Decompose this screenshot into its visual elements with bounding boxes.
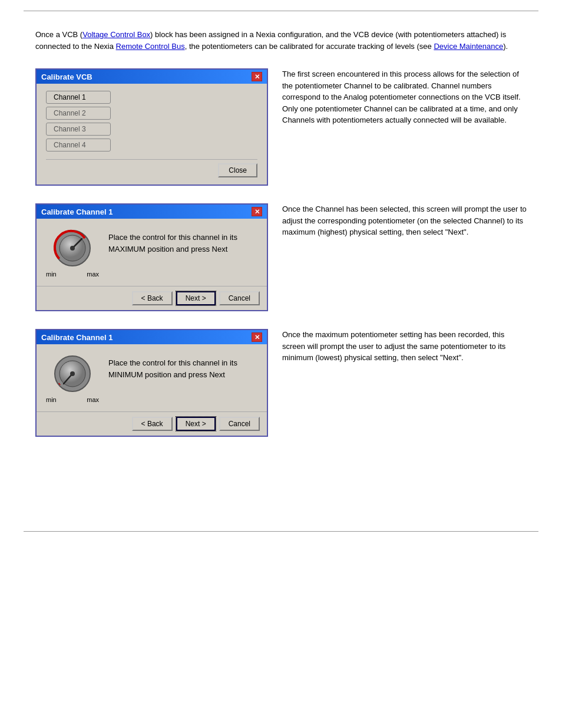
intro-text-4: ). xyxy=(503,42,508,51)
page-content: Once a VCB (Voltage Control Box) block h… xyxy=(0,11,562,472)
calib-min-titlebar: Calibrate Channel 1 ✕ xyxy=(37,330,267,344)
calib-max-next-button[interactable]: Next > xyxy=(176,291,216,305)
section2-description: Once the Channel has been selected, this… xyxy=(282,203,527,238)
bottom-rule xyxy=(24,531,538,532)
vcb-dialog-close-icon[interactable]: ✕ xyxy=(252,72,262,81)
knob-min-label: min xyxy=(46,271,57,278)
calib-min-title: Calibrate Channel 1 xyxy=(41,333,113,342)
knob-max xyxy=(51,227,94,269)
channel-4-button[interactable]: Channel 4 xyxy=(46,139,111,151)
knob-min-labels: min max xyxy=(46,396,99,403)
knob-max-label2: max xyxy=(87,396,99,403)
calib-min-main: min max Place the control for this chann… xyxy=(37,344,267,411)
vcb-dialog-body: Channel 1 Channel 2 Channel 3 Channel 4 … xyxy=(37,84,267,185)
calib-max-cancel-button[interactable]: Cancel xyxy=(219,291,260,305)
rcb-link[interactable]: Remote Control Bus xyxy=(116,42,185,51)
section-calibrate-min: Calibrate Channel 1 ✕ xyxy=(35,329,527,437)
vcb-dialog-titlebar: Calibrate VCB ✕ xyxy=(37,70,267,84)
intro-text-3: , the potentiometers can be calibrated f… xyxy=(185,42,434,51)
calib-min-next-button[interactable]: Next > xyxy=(176,417,216,431)
vcb-dialog-title: Calibrate VCB xyxy=(41,73,92,81)
calib-max-instruction-line1: Place the control for this channel in it… xyxy=(108,233,237,242)
device-maintenance-link[interactable]: Device Maintenance xyxy=(434,42,503,51)
calib-max-instruction-line2: MAXIMUM position and press Next xyxy=(108,245,227,253)
calib-min-instruction-line1: Place the control for this channel in it… xyxy=(108,358,237,367)
section-calibrate-max: Calibrate Channel 1 ✕ xyxy=(35,203,527,311)
calibrate-channel1-min-dialog: Calibrate Channel 1 ✕ xyxy=(35,329,268,437)
calib-min-back-button[interactable]: < Back xyxy=(132,417,173,431)
knob-svg-max xyxy=(51,227,94,269)
calib-min-cancel-button[interactable]: Cancel xyxy=(219,417,260,431)
knob-area-max: min max xyxy=(46,227,99,278)
vcb-link[interactable]: Voltage Control Box xyxy=(82,30,150,39)
svg-point-3 xyxy=(70,246,75,251)
calib-max-instruction: Place the control for this channel in it… xyxy=(108,227,257,255)
knob-max-label: max xyxy=(87,271,99,278)
channel-2-button[interactable]: Channel 2 xyxy=(46,107,111,120)
calib-min-footer: < Back Next > Cancel xyxy=(37,411,267,436)
calib-max-close-icon[interactable]: ✕ xyxy=(252,207,262,216)
channel-1-button[interactable]: Channel 1 xyxy=(46,91,111,104)
section3-description: Once the maximum potentiometer setting h… xyxy=(282,329,527,364)
calib-min-close-icon[interactable]: ✕ xyxy=(252,332,262,342)
knob-min xyxy=(51,353,94,395)
calib-min-instruction-line2: MINIMUM position and press Next xyxy=(108,370,225,379)
section1-description: The first screen encountered in this pro… xyxy=(282,68,527,126)
calibrate-channel1-max-dialog: Calibrate Channel 1 ✕ xyxy=(35,203,268,311)
calib-max-titlebar: Calibrate Channel 1 ✕ xyxy=(37,205,267,219)
svg-point-7 xyxy=(70,371,75,376)
calib-max-footer: < Back Next > Cancel xyxy=(37,286,267,310)
knob-area-min: min max xyxy=(46,353,99,403)
calib-min-instruction: Place the control for this channel in it… xyxy=(108,353,257,380)
intro-text-1: Once a VCB ( xyxy=(35,30,82,39)
intro-paragraph: Once a VCB (Voltage Control Box) block h… xyxy=(35,29,527,52)
calibrate-vcb-dialog: Calibrate VCB ✕ Channel 1 Channel 2 Chan… xyxy=(35,68,268,186)
channel-3-button[interactable]: Channel 3 xyxy=(46,123,111,136)
vcb-bottom-row: Close xyxy=(46,159,257,177)
calib-max-back-button[interactable]: < Back xyxy=(132,291,173,305)
calib-max-main: min max Place the control for this chann… xyxy=(37,219,267,286)
section-calibrate-vcb: Calibrate VCB ✕ Channel 1 Channel 2 Chan… xyxy=(35,68,527,186)
calib-max-title: Calibrate Channel 1 xyxy=(41,207,113,216)
vcb-close-button[interactable]: Close xyxy=(218,163,257,177)
knob-min-label2: min xyxy=(46,396,57,403)
knob-max-labels: min max xyxy=(46,271,99,278)
knob-svg-min xyxy=(51,353,94,395)
